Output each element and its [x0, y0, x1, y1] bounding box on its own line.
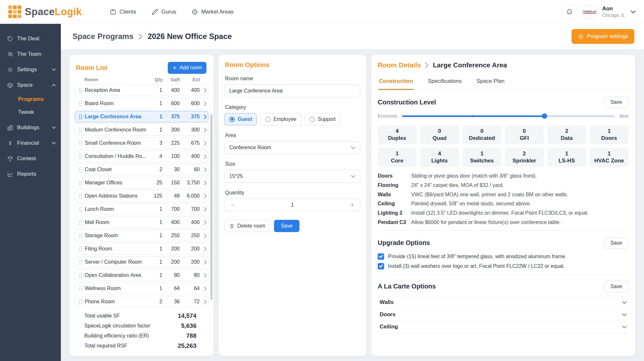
sidebar-item-programs[interactable]: Programs [0, 93, 61, 106]
sidebar-item-settings[interactable]: Settings [0, 62, 61, 77]
a-la-carte-accordion-row[interactable]: Ceiling [378, 321, 629, 333]
room-row[interactable]: Small Conference Room 3 225 675 [75, 137, 208, 149]
tab-construction[interactable]: Construction [378, 73, 414, 90]
sidebar-item-reports[interactable]: Reports [0, 166, 61, 182]
breadcrumb-current: 2026 New Office Space [147, 32, 232, 41]
room-row[interactable]: Manager Offices 25 150 3,750 [75, 177, 208, 189]
slider-thumb[interactable] [542, 113, 547, 119]
chevron-right-icon [200, 114, 207, 119]
drag-handle-icon[interactable] [76, 128, 85, 132]
checkbox-checked-icon[interactable] [378, 263, 384, 269]
sidebar-item-the-deal[interactable]: The Deal [0, 31, 61, 46]
avatar[interactable]: VANDELAY [582, 5, 597, 19]
scrollbar-thumb[interactable] [210, 114, 213, 300]
account-menu-toggle[interactable] [631, 10, 636, 14]
room-row[interactable]: Server / Computer Room 1 200 200 [75, 256, 208, 268]
nav-label: Market Areas [201, 9, 233, 15]
room-name: Board Room [85, 101, 149, 106]
room-row[interactable]: Phone Room 2 36 72 [75, 296, 208, 307]
drag-handle-icon[interactable] [76, 260, 85, 265]
room-row[interactable]: Consultation / Huddle Ro... 4 100 400 [75, 151, 208, 162]
tab-space-plan[interactable]: Space Plan [476, 73, 505, 90]
drag-handle-icon[interactable] [76, 194, 85, 199]
account-info[interactable]: Aon Chicago, IL [602, 5, 625, 18]
nav-item-market-areas[interactable]: Market Areas [192, 9, 233, 15]
drag-handle-icon[interactable] [76, 167, 85, 172]
category-option-employee[interactable]: Employee [260, 113, 301, 125]
category-option-support[interactable]: Support [305, 113, 341, 125]
size-select[interactable]: 15*25 [224, 170, 360, 183]
breadcrumb-root[interactable]: Space Programs [72, 32, 133, 41]
room-ext: 400 [180, 87, 200, 93]
brand-logo[interactable]: SpaceLogik. [8, 5, 85, 18]
room-row[interactable]: Open Collaboration Area 1 80 80 [75, 269, 208, 281]
program-settings-button[interactable]: Program settings [572, 29, 635, 44]
construction-level-slider[interactable] [402, 113, 615, 119]
checkbox-checked-icon[interactable] [378, 253, 384, 260]
delete-room-button[interactable]: Delete room [224, 220, 270, 232]
a-la-carte-accordion-row[interactable]: Doors [378, 309, 629, 321]
drag-handle-icon[interactable] [76, 114, 85, 119]
room-sqft: 400 [162, 87, 180, 93]
nav-item-gurus[interactable]: Gurus [152, 9, 176, 15]
divider [378, 274, 629, 274]
room-row[interactable]: Mail Room 1 400 400 [75, 217, 208, 228]
chevron-right-icon [200, 194, 207, 199]
room-sqft: 375 [162, 114, 180, 120]
chevron-down-icon [52, 68, 56, 71]
construction-save-button[interactable]: Save [604, 96, 629, 108]
sidebar-item-buildings[interactable]: Buildings [0, 120, 61, 135]
sidebar-item-financial[interactable]: Financial [0, 135, 61, 151]
quantity-decrement-button[interactable]: − [225, 199, 240, 211]
room-qty: 1 [149, 220, 162, 225]
summary-value: 5,636 [181, 322, 196, 329]
category-option-guest[interactable]: Guest [224, 113, 257, 125]
room-row[interactable]: Storage Room 1 250 250 [75, 230, 208, 241]
drag-handle-icon[interactable] [76, 220, 85, 225]
construction-stats: 4 Duplex 0 Quad 0 Dedicated [378, 125, 629, 167]
drag-handle-icon[interactable] [76, 101, 85, 106]
add-room-button[interactable]: Add room [168, 62, 206, 74]
a-la-carte-save-button[interactable]: Save [604, 281, 629, 292]
a-la-carte-accordion-row[interactable]: Walls [378, 297, 629, 309]
a-la-carte-label: Walls [380, 299, 394, 306]
room-row[interactable]: Reception Area 1 400 400 [75, 84, 208, 96]
drag-handle-icon[interactable] [76, 154, 85, 159]
room-row[interactable]: Filing Room 1 200 200 [75, 243, 208, 255]
drag-handle-icon[interactable] [76, 88, 85, 93]
room-details-title[interactable]: Room Details [378, 61, 421, 69]
drag-handle-icon[interactable] [76, 247, 85, 251]
room-row[interactable]: Medium Conference Room 1 300 300 [75, 124, 208, 136]
room-row[interactable]: Wellness Room 1 64 64 [75, 283, 208, 294]
drag-handle-icon[interactable] [76, 233, 85, 238]
room-row[interactable]: Large Conference Area 1 375 375 [75, 111, 208, 122]
room-row[interactable]: Board Room 1 600 600 [75, 98, 208, 109]
upgrade-save-button[interactable]: Save [604, 237, 629, 249]
drag-handle-icon[interactable] [76, 273, 85, 278]
drag-handle-icon[interactable] [76, 286, 85, 291]
sidebar-item-the-team[interactable]: The Team [0, 46, 61, 62]
room-row[interactable]: Open Address Stations 125 48 6,000 [75, 190, 208, 202]
room-row[interactable]: Coat Closet 2 30 60 [75, 164, 208, 175]
room-name-input[interactable] [224, 84, 360, 97]
room-ext: 400 [180, 220, 200, 225]
area-select[interactable]: Conference Room [224, 141, 360, 154]
save-room-button[interactable]: Save [274, 220, 299, 232]
sidebar-item-contest[interactable]: Contest [0, 151, 61, 166]
construction-level-heading: Construction Level [378, 99, 436, 106]
drag-handle-icon[interactable] [76, 207, 85, 212]
tab-specifications[interactable]: Specifications [427, 73, 462, 90]
room-sqft: 100 [162, 153, 180, 159]
drag-handle-icon[interactable] [76, 141, 85, 146]
nav-item-clients[interactable]: Clients [110, 9, 136, 15]
quantity-increment-button[interactable]: + [345, 199, 360, 211]
notifications-button[interactable] [562, 5, 577, 19]
sidebar-item-tweak[interactable]: Tweak [0, 106, 61, 119]
spec-label: Doors [378, 173, 411, 180]
drag-handle-icon[interactable] [76, 299, 85, 304]
sidebar-item-space[interactable]: Space [0, 77, 61, 93]
room-name: Coat Closet [85, 167, 149, 172]
drag-handle-icon[interactable] [76, 180, 85, 185]
gear-icon [578, 34, 584, 40]
room-row[interactable]: Lunch Room 1 700 700 [75, 203, 208, 215]
